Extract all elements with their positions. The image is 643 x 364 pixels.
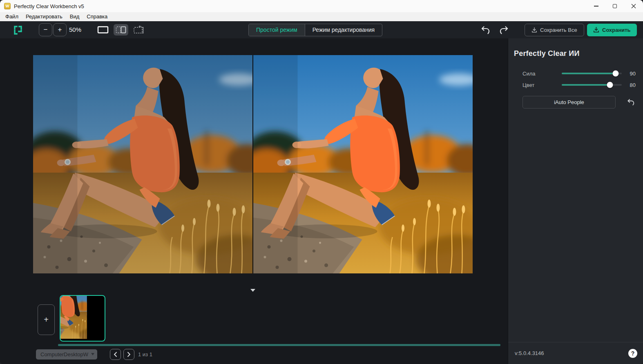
panel-footer: v:5.0.4.3146 ? <box>508 342 643 364</box>
filmstrip-footer: ComputerDesktopWallp 1 из 1 <box>36 349 152 360</box>
workspace: + ComputerDesktopWallp 1 из 1 <box>0 38 508 364</box>
download-icon <box>531 27 537 33</box>
auto-row: iAuto People <box>522 96 636 109</box>
filmstrip-collapse-button[interactable] <box>250 286 256 294</box>
menu-help[interactable]: Справка <box>83 12 111 21</box>
single-view-icon <box>97 26 109 34</box>
slider-label: Сила <box>522 71 562 77</box>
window-title: Perfectly Clear Workbench v5 <box>14 3 84 9</box>
folder-dropdown[interactable]: ComputerDesktopWallp <box>36 349 97 360</box>
strength-slider-row: Сила 90 <box>522 68 636 79</box>
slider-handle[interactable] <box>613 71 619 77</box>
menu-edit[interactable]: Редактировать <box>22 12 66 21</box>
before-image[interactable] <box>33 55 252 273</box>
save-label: Сохранить <box>602 27 631 33</box>
adjustments-panel: Perfectly Clear ИИ Сила 90 Цвет 80 iA <box>508 38 643 364</box>
after-image[interactable] <box>253 55 473 273</box>
filmstrip-scrollbar[interactable] <box>58 344 500 346</box>
compare-view-icon <box>133 25 145 34</box>
iauto-people-button[interactable]: iAuto People <box>522 96 616 109</box>
folder-name: ComputerDesktopWallp <box>40 351 88 357</box>
minimize-icon <box>594 6 598 6</box>
toolbar: − + 50% Простой режим Режим редактирован… <box>0 21 643 38</box>
triangle-down-icon <box>250 289 256 292</box>
app-window: W Perfectly Clear Workbench v5 Файл Реда… <box>0 0 643 364</box>
perfectly-clear-logo-icon <box>13 25 23 37</box>
page-indicator: 1 из 1 <box>138 351 152 357</box>
save-all-label: Сохранить Все <box>540 27 577 33</box>
tab-edit-mode[interactable]: Режим редактирования <box>305 24 382 36</box>
menu-bar: Файл Редактировать Вид Справка <box>0 12 643 21</box>
maximize-icon <box>613 4 617 8</box>
slider-label: Цвет <box>522 82 562 88</box>
close-button[interactable] <box>624 0 643 12</box>
download-icon <box>593 27 599 33</box>
single-view-button[interactable] <box>96 24 110 36</box>
zoom-in-button[interactable]: + <box>53 23 67 36</box>
compare-view-button[interactable] <box>132 24 146 36</box>
chevron-down-icon <box>91 353 94 355</box>
chevron-left-icon <box>114 352 117 357</box>
version-label: v:5.0.4.3146 <box>515 350 544 356</box>
slider-handle[interactable] <box>607 82 613 88</box>
compare-canvas <box>33 55 473 273</box>
undo-button[interactable] <box>480 25 490 35</box>
close-icon <box>631 4 636 9</box>
menu-view[interactable]: Вид <box>66 12 83 21</box>
reset-button[interactable] <box>626 98 636 107</box>
color-slider[interactable] <box>562 84 622 86</box>
maximize-button[interactable] <box>605 0 624 12</box>
zoom-out-button[interactable]: − <box>39 23 52 36</box>
help-button[interactable]: ? <box>628 349 637 358</box>
redo-button[interactable] <box>499 25 509 35</box>
thumbnail-selected[interactable] <box>60 295 105 342</box>
redo-icon <box>500 26 509 34</box>
chevron-right-icon <box>127 352 131 357</box>
title-bar: W Perfectly Clear Workbench v5 <box>0 0 643 12</box>
reset-icon <box>627 99 634 106</box>
color-slider-row: Цвет 80 <box>522 79 636 91</box>
save-button[interactable]: Сохранить <box>587 24 637 36</box>
mode-tabs: Простой режим Режим редактирования <box>248 24 382 36</box>
tab-simple-mode[interactable]: Простой режим <box>249 24 305 36</box>
split-view-icon <box>116 26 126 33</box>
undo-icon <box>481 26 490 34</box>
app-icon: W <box>4 3 11 9</box>
zoom-level: 50% <box>69 26 81 33</box>
minimize-button[interactable] <box>587 0 605 12</box>
menu-file[interactable]: Файл <box>2 12 22 21</box>
save-all-button[interactable]: Сохранить Все <box>525 24 584 36</box>
sliders: Сила 90 Цвет 80 <box>522 68 636 91</box>
slider-fill <box>562 84 610 86</box>
slider-value: 80 <box>622 82 636 88</box>
split-view-button[interactable] <box>114 24 128 36</box>
add-image-button[interactable]: + <box>38 304 55 335</box>
previous-image-button[interactable] <box>110 349 121 360</box>
next-image-button[interactable] <box>123 349 134 360</box>
panel-title: Perfectly Clear ИИ <box>514 49 643 58</box>
slider-fill <box>562 73 616 74</box>
strength-slider[interactable] <box>562 73 622 74</box>
slider-value: 90 <box>622 71 636 77</box>
